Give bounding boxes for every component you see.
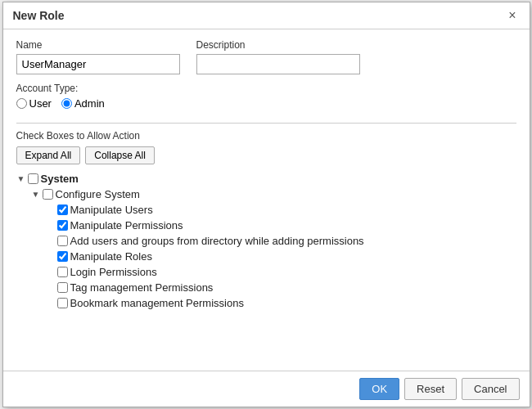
tree-item-manipulate-roles: ▶ Manipulate Roles — [46, 249, 516, 264]
new-role-dialog: New Role × Name Description Account Type… — [2, 2, 530, 407]
dialog-footer: OK Reset Cancel — [3, 371, 530, 407]
account-type-section: Account Type: User Admin — [16, 83, 516, 110]
description-label: Description — [196, 39, 360, 51]
name-description-row: Name Description — [16, 39, 516, 74]
description-group: Description — [196, 39, 360, 74]
checkbox-tag-management[interactable] — [57, 282, 68, 293]
cancel-button[interactable]: Cancel — [462, 378, 519, 400]
tree-item-configure-system: ▼ Configure System — [31, 187, 516, 202]
label-configure-system: Configure System — [56, 188, 140, 200]
name-label: Name — [16, 39, 180, 51]
checkbox-configure-system[interactable] — [43, 189, 53, 200]
radio-admin[interactable] — [61, 98, 72, 109]
ok-button[interactable]: OK — [359, 378, 399, 400]
label-add-users-groups: Add users and groups from directory whil… — [70, 235, 364, 247]
tree-item-manipulate-users: ▶ Manipulate Users — [46, 202, 516, 218]
radio-group: User Admin — [16, 97, 516, 110]
checkbox-manipulate-users[interactable] — [57, 204, 68, 215]
description-input[interactable] — [196, 54, 360, 74]
reset-button[interactable]: Reset — [404, 378, 457, 400]
checkbox-login-permissions[interactable] — [57, 267, 68, 277]
checkbox-manipulate-permissions[interactable] — [57, 220, 68, 231]
label-login-permissions: Login Permissions — [70, 266, 157, 278]
checkbox-manipulate-roles[interactable] — [57, 251, 68, 262]
checkbox-system[interactable] — [28, 173, 38, 184]
dialog-title: New Role — [13, 9, 65, 22]
radio-admin-text: Admin — [74, 97, 105, 110]
name-input[interactable] — [16, 54, 180, 74]
radio-user[interactable] — [16, 98, 27, 109]
dialog-body: Name Description Account Type: User Admi… — [3, 29, 530, 371]
name-group: Name — [16, 39, 180, 74]
label-bookmark-management: Bookmark management Permissions — [70, 297, 244, 309]
radio-user-text: User — [29, 97, 52, 110]
expand-collapse-row: Expand All Collapse All — [16, 146, 516, 164]
label-manipulate-users: Manipulate Users — [70, 204, 153, 216]
tree-item-login-permissions: ▶ Login Permissions — [46, 264, 516, 280]
check-boxes-label: Check Boxes to Allow Action — [16, 130, 516, 142]
account-type-label: Account Type: — [16, 83, 516, 94]
tree-item-add-users-groups: ▶ Add users and groups from directory wh… — [46, 233, 516, 249]
tree-container: ▼ System ▼ Configure System ▶ Manipulate… — [16, 171, 516, 361]
label-system: System — [41, 173, 79, 185]
close-button[interactable]: × — [505, 9, 519, 22]
label-tag-management: Tag management Permissions — [70, 281, 214, 294]
tree-item-bookmark-management: ▶ Bookmark management Permissions — [46, 295, 516, 311]
toggle-arrow-system[interactable]: ▼ — [16, 174, 26, 183]
label-manipulate-roles: Manipulate Roles — [70, 250, 152, 263]
tree-item-tag-management: ▶ Tag management Permissions — [46, 280, 516, 295]
divider — [16, 123, 516, 124]
label-manipulate-permissions: Manipulate Permissions — [70, 219, 183, 231]
tree-item-manipulate-permissions: ▶ Manipulate Permissions — [46, 218, 516, 233]
toggle-arrow-configure-system[interactable]: ▼ — [31, 190, 41, 199]
title-bar: New Role × — [3, 2, 530, 29]
radio-user-label[interactable]: User — [16, 97, 52, 110]
checkbox-bookmark-management[interactable] — [57, 298, 68, 308]
radio-admin-label[interactable]: Admin — [61, 97, 105, 110]
tree-item-system: ▼ System — [16, 171, 516, 187]
checkbox-add-users-groups[interactable] — [57, 236, 68, 246]
expand-all-button[interactable]: Expand All — [16, 146, 81, 164]
collapse-all-button[interactable]: Collapse All — [85, 146, 155, 164]
